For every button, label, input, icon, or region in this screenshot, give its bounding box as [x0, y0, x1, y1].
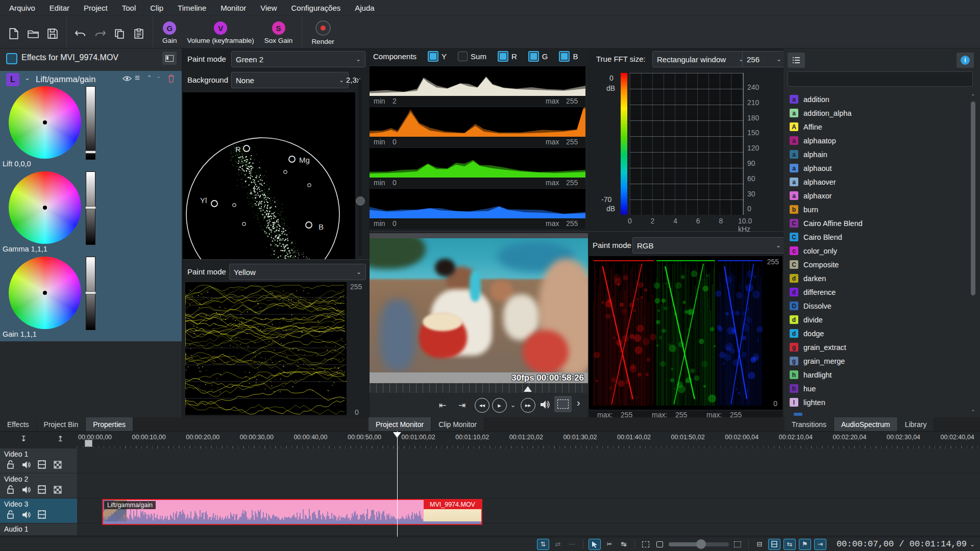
scroll-up-icon[interactable]: ⌃: [971, 93, 975, 99]
tab-project-bin[interactable]: Project Bin: [37, 417, 86, 431]
composition-item-difference[interactable]: ddifference: [783, 285, 968, 299]
panel-options-button[interactable]: [162, 52, 177, 65]
color-wheel-0[interactable]: [9, 86, 81, 159]
composition-item-darken[interactable]: ddarken: [783, 271, 968, 285]
scrollbar-thumb[interactable]: [971, 102, 975, 295]
wheel-slider-2[interactable]: [86, 257, 95, 330]
toolbar-effect-sox-gain[interactable]: SSox Gain: [264, 21, 293, 44]
zoom-slider-handle[interactable]: [696, 539, 706, 549]
track-film-icon[interactable]: [36, 459, 47, 469]
track-header-video-1[interactable]: Video 1: [0, 448, 78, 473]
menu-item-timeline[interactable]: Timeline: [172, 2, 212, 14]
track-film-icon[interactable]: [36, 484, 47, 494]
rewind-button[interactable]: ◂◂: [475, 398, 489, 413]
composition-search-input[interactable]: [788, 71, 973, 87]
zoom-full-project-icon[interactable]: [732, 539, 743, 549]
checkbox-g[interactable]: G: [528, 51, 548, 62]
menu-item-tool[interactable]: Tool: [116, 2, 142, 14]
monitor-playhead-icon[interactable]: [524, 386, 532, 392]
track-lane-video-2[interactable]: [77, 473, 980, 498]
video-thumbnails-toggle-icon[interactable]: [768, 539, 780, 550]
info-button[interactable]: i: [957, 53, 974, 68]
track-composite-icon[interactable]: [52, 485, 63, 495]
composition-item-grain-merge[interactable]: ggrain_merge: [783, 354, 968, 368]
color-wheel-2[interactable]: [9, 257, 81, 329]
checkbox-r[interactable]: R: [498, 51, 517, 62]
toolbar-paste-button[interactable]: [129, 23, 149, 44]
fft-size-select[interactable]: 256⌄: [742, 51, 786, 67]
composition-item-addition-alpha[interactable]: aaddition_alpha: [783, 106, 968, 120]
composition-item-addition[interactable]: aaddition: [783, 92, 968, 106]
track-lock-icon[interactable]: [5, 484, 16, 494]
composition-scrollbar[interactable]: ⌃ ⌄: [970, 93, 976, 412]
composition-item-divide[interactable]: ddivide: [783, 313, 968, 327]
track-film-icon[interactable]: [36, 509, 47, 519]
track-lane-audio-1[interactable]: [77, 523, 980, 536]
monitor-more-arrow-icon[interactable]: ›: [577, 397, 580, 409]
wheel-slider-0[interactable]: [86, 86, 95, 160]
waveform-paintmode-select[interactable]: Yellow⌄: [229, 264, 366, 280]
track-composite-icon[interactable]: [52, 460, 63, 470]
menu-item-editar[interactable]: Editar: [43, 2, 76, 14]
snap-toggle-icon[interactable]: ⇥: [814, 539, 826, 550]
composition-item-dissolve[interactable]: DDissolve: [783, 299, 968, 313]
go-to-zone-end-icon[interactable]: ⇥: [458, 400, 465, 411]
composition-item-lighten[interactable]: llighten: [783, 395, 968, 409]
composition-item-hue[interactable]: hhue: [783, 382, 968, 395]
insert-zone-icon[interactable]: ↧: [20, 434, 27, 443]
track-lane-video-1[interactable]: [77, 448, 980, 473]
zoom-fit-icon[interactable]: [640, 539, 651, 549]
go-to-zone-start-icon[interactable]: ⇤: [439, 400, 446, 411]
composition-item-dodge[interactable]: ddodge: [783, 327, 968, 340]
timeline-clip[interactable]: Lift/gamma/gain MVI_9974.MOV: [103, 500, 481, 524]
show-video-thumbnails-icon[interactable]: ⇄: [552, 539, 564, 549]
composition-item-burn[interactable]: bburn: [783, 203, 968, 216]
playhead-handle-icon[interactable]: [393, 432, 401, 438]
tab-audiospectrum[interactable]: AudioSpectrum: [834, 417, 898, 431]
toolbar-effect-volume-keyframable-[interactable]: VVolume (keyframable): [187, 21, 254, 44]
tab-clip-monitor[interactable]: Clip Monitor: [431, 417, 484, 431]
composition-item-alphaover[interactable]: aalphaover: [783, 175, 968, 189]
wheel-slider-1[interactable]: [86, 171, 95, 245]
selection-tool-icon[interactable]: [589, 539, 601, 550]
checkbox-y[interactable]: Y: [428, 51, 447, 62]
tab-project-monitor[interactable]: Project Monitor: [369, 417, 431, 431]
composition-item-affine[interactable]: AAffine: [783, 120, 968, 134]
render-button[interactable]: Render: [311, 20, 334, 45]
split-audio-video-icon[interactable]: ⊟: [754, 539, 765, 549]
list-view-button[interactable]: [788, 53, 805, 68]
composition-item-cairo-affine-blend[interactable]: CCairo Affine Blend: [783, 216, 968, 230]
menu-item-configurações[interactable]: Configurações: [285, 2, 347, 14]
zoom-selection-icon[interactable]: [654, 539, 666, 549]
toolbar-open-folder-button[interactable]: [23, 23, 43, 44]
tab-library[interactable]: Library: [898, 417, 935, 431]
tab-transitions[interactable]: Transitions: [785, 417, 834, 431]
effect-move-up-icon[interactable]: ⌃: [147, 74, 152, 81]
vectorscope-paintmode-select[interactable]: Green 2⌄: [231, 51, 365, 67]
track-header-video-3[interactable]: Video 3: [0, 498, 78, 523]
composition-item-alphain[interactable]: aalphain: [783, 147, 968, 161]
track-lock-icon[interactable]: [5, 459, 16, 469]
razor-tool-icon[interactable]: ✂: [604, 539, 615, 549]
composition-item-alphaatop[interactable]: aalphaatop: [783, 134, 968, 147]
toolbar-redo-button[interactable]: [90, 23, 110, 44]
timeline-zoom-slider[interactable]: [669, 542, 729, 546]
effect-visibility-eye-icon[interactable]: [122, 74, 132, 83]
track-header-video-2[interactable]: Video 2: [0, 473, 78, 498]
menu-item-view[interactable]: View: [254, 2, 283, 14]
effect-collapse-chevron-icon[interactable]: ⌄: [24, 74, 30, 82]
menu-item-ajuda[interactable]: Ajuda: [349, 2, 380, 14]
checkbox-b[interactable]: B: [559, 51, 578, 62]
play-button[interactable]: ▸: [492, 398, 507, 413]
toolbar-new-document-button[interactable]: [4, 23, 23, 44]
parade-paintmode-select[interactable]: RGB⌄: [632, 237, 786, 254]
markers-toggle-icon[interactable]: ⚑: [799, 539, 811, 550]
track-speaker-icon[interactable]: [20, 460, 32, 470]
timeline-playhead[interactable]: [397, 431, 398, 537]
tab-effects[interactable]: Effects: [0, 417, 37, 431]
composition-item-hardlight[interactable]: hhardlight: [783, 368, 968, 382]
effect-move-down-icon[interactable]: ⌄: [156, 73, 161, 80]
automatic-transitions-icon[interactable]: ⇅: [537, 539, 549, 550]
vectorscope-background-select[interactable]: None⌄: [231, 72, 349, 88]
timecode-format-chevron-icon[interactable]: ⌄: [970, 541, 975, 548]
